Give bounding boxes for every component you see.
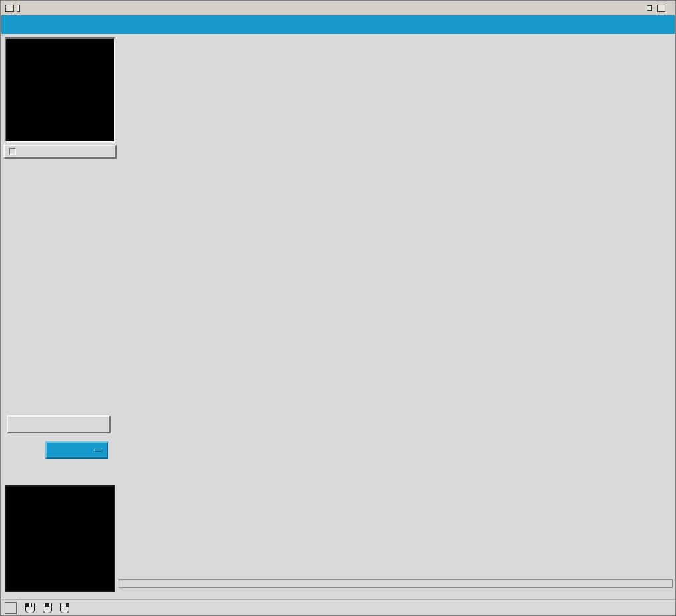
skycat-window bbox=[0, 0, 676, 616]
main-image-canvas[interactable] bbox=[119, 35, 673, 577]
mouse-button2-icon bbox=[43, 603, 52, 613]
scale-menu-indicator bbox=[94, 449, 103, 452]
minimize-icon[interactable] bbox=[647, 5, 652, 11]
window-shade-icon[interactable] bbox=[17, 5, 20, 12]
scale-select[interactable] bbox=[45, 441, 108, 459]
zoom-checkbox[interactable] bbox=[9, 148, 16, 155]
auto-set-cut-levels-button[interactable] bbox=[7, 415, 111, 433]
titlebar bbox=[1, 1, 675, 15]
mouse-button3-icon bbox=[60, 603, 69, 613]
info-icon[interactable] bbox=[5, 602, 17, 614]
zoom-view-frame bbox=[5, 37, 115, 143]
statusbar bbox=[1, 599, 675, 616]
window-menu-icon[interactable] bbox=[5, 5, 14, 12]
menubar bbox=[1, 15, 675, 34]
status-text bbox=[21, 603, 73, 613]
window-controls bbox=[647, 5, 671, 12]
colorbar-canvas[interactable] bbox=[119, 579, 673, 588]
zoom-toggle-bar bbox=[3, 145, 117, 159]
pan-view-canvas[interactable] bbox=[7, 488, 113, 589]
maximize-icon[interactable] bbox=[657, 5, 665, 12]
zoom-view-canvas bbox=[6, 39, 114, 141]
pan-view-frame bbox=[5, 485, 115, 592]
mouse-button1-icon bbox=[25, 603, 35, 613]
